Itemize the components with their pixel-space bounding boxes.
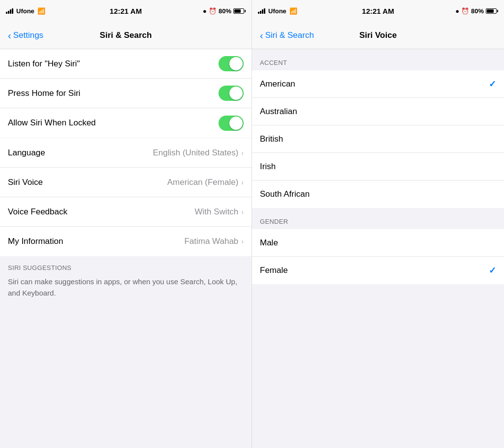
bar4: [12, 8, 13, 14]
language-label: Language: [8, 148, 153, 158]
press-home-label: Press Home for Siri: [8, 89, 219, 98]
accent-american-label: American: [260, 79, 489, 89]
hey-siri-label: Listen for "Hey Siri": [8, 59, 219, 69]
allow-locked-toggle[interactable]: [219, 116, 244, 131]
accent-irish-label: Irish: [260, 162, 496, 172]
status-right-left-info: Ufone 📶: [258, 7, 338, 15]
rbar2: [260, 11, 261, 14]
my-information-label: My Information: [8, 237, 184, 246]
my-information-value: Fatima Wahab: [184, 237, 238, 246]
signal-bars-left: [6, 8, 13, 14]
battery-icon-left: [233, 8, 246, 14]
location-icon-right: ●: [455, 7, 459, 15]
gender-female[interactable]: Female ✓: [252, 257, 504, 284]
language-value: English (United States): [153, 148, 238, 158]
accent-british-label: British: [260, 134, 496, 144]
accent-south-african-label: South African: [260, 189, 496, 199]
left-back-button[interactable]: ‹ Settings: [8, 30, 43, 40]
status-right-info-right: ● ⏰ 80%: [418, 7, 498, 15]
main-content: Listen for "Hey Siri" Press Home for Sir…: [0, 49, 504, 448]
status-left-info: Ufone 📶: [6, 7, 86, 15]
accent-australian[interactable]: Australian: [252, 98, 504, 125]
my-information-row[interactable]: My Information Fatima Wahab ›: [0, 227, 252, 256]
signal-bars-right: [258, 8, 265, 14]
left-nav-title: Siri & Search: [100, 30, 152, 40]
hey-siri-row[interactable]: Listen for "Hey Siri": [0, 49, 252, 79]
accent-american[interactable]: American ✓: [252, 70, 504, 98]
nav-rows-group: Language English (United States) › Siri …: [0, 138, 252, 256]
gender-group: Male Female ✓: [252, 229, 504, 284]
bar3: [10, 9, 11, 14]
right-back-chevron: ‹: [260, 30, 263, 40]
status-right-info-left: ● ⏰ 80%: [166, 7, 246, 15]
toggle-group: Listen for "Hey Siri" Press Home for Sir…: [0, 49, 252, 138]
right-nav: ‹ Siri & Search Siri Voice: [252, 22, 504, 49]
press-home-toggle[interactable]: [219, 86, 244, 101]
press-home-knob: [229, 87, 243, 100]
voice-feedback-value: With Switch: [195, 207, 239, 217]
accent-irish[interactable]: Irish: [252, 153, 504, 180]
status-bar-left: Ufone 📶 12:21 AM ● ⏰ 80%: [0, 0, 252, 22]
allow-locked-knob: [229, 117, 243, 130]
accent-section-header: ACCENT: [252, 49, 504, 70]
gender-female-label: Female: [260, 266, 489, 275]
battery-percent-right: 80%: [471, 7, 484, 15]
language-row[interactable]: Language English (United States) ›: [0, 138, 252, 168]
battery-icon-right: [486, 8, 498, 14]
alarm-icon-right: ⏰: [461, 7, 469, 15]
voice-feedback-label: Voice Feedback: [8, 207, 195, 217]
press-home-row[interactable]: Press Home for Siri: [0, 79, 252, 108]
left-back-chevron: ‹: [8, 30, 11, 40]
time-left: 12:21 AM: [86, 7, 165, 15]
wifi-icon: 📶: [37, 7, 45, 15]
accent-australian-label: Australian: [260, 107, 496, 117]
accent-american-check: ✓: [489, 79, 496, 90]
voice-feedback-chevron: ›: [241, 208, 244, 216]
right-panel: ACCENT American ✓ Australian British Iri…: [252, 49, 504, 448]
language-chevron: ›: [241, 149, 244, 157]
allow-locked-row[interactable]: Allow Siri When Locked: [0, 108, 252, 138]
right-back-label: Siri & Search: [265, 30, 314, 40]
left-back-label: Settings: [13, 30, 43, 40]
rbar4: [264, 8, 265, 14]
location-icon-left: ●: [203, 7, 207, 15]
siri-voice-chevron: ›: [241, 179, 244, 186]
alarm-icon-left: ⏰: [209, 7, 217, 15]
hey-siri-toggle[interactable]: [219, 56, 244, 71]
gender-female-check: ✓: [489, 265, 496, 276]
status-bar-right: Ufone 📶 12:21 AM ● ⏰ 80%: [252, 0, 504, 22]
gender-male-label: Male: [260, 238, 496, 248]
right-back-button[interactable]: ‹ Siri & Search: [260, 30, 314, 40]
my-information-chevron: ›: [241, 238, 244, 245]
accent-british[interactable]: British: [252, 125, 504, 153]
siri-voice-row[interactable]: Siri Voice American (Female) ›: [0, 168, 252, 197]
carrier-right: Ufone: [268, 7, 286, 15]
status-bar: Ufone 📶 12:21 AM ● ⏰ 80% Ufone: [0, 0, 504, 22]
bar1: [6, 12, 7, 14]
time-right: 12:21 AM: [338, 7, 418, 15]
suggestions-section: SIRI SUGGESTIONS Siri can make suggestio…: [0, 256, 252, 306]
accent-group: American ✓ Australian British Irish Sout…: [252, 70, 504, 208]
left-nav: ‹ Settings Siri & Search: [0, 22, 252, 49]
allow-locked-label: Allow Siri When Locked: [8, 118, 219, 128]
suggestions-text: Siri can make suggestions in apps, or wh…: [8, 276, 244, 299]
suggestions-title: SIRI SUGGESTIONS: [8, 264, 244, 271]
siri-voice-value: American (Female): [167, 178, 239, 187]
gender-male[interactable]: Male: [252, 229, 504, 257]
accent-south-african[interactable]: South African: [252, 180, 504, 208]
siri-voice-label: Siri Voice: [8, 178, 167, 187]
left-panel: Listen for "Hey Siri" Press Home for Sir…: [0, 49, 252, 448]
rbar3: [262, 9, 263, 14]
voice-feedback-row[interactable]: Voice Feedback With Switch ›: [0, 197, 252, 227]
right-nav-title: Siri Voice: [359, 30, 397, 40]
wifi-icon-right: 📶: [289, 7, 297, 15]
gender-section-header: GENDER: [252, 208, 504, 229]
battery-percent-left: 80%: [219, 7, 231, 15]
nav-bars: ‹ Settings Siri & Search ‹ Siri & Search…: [0, 22, 504, 49]
hey-siri-knob: [229, 57, 243, 70]
bar2: [8, 11, 9, 14]
carrier-left: Ufone: [16, 7, 34, 15]
rbar1: [258, 12, 259, 14]
